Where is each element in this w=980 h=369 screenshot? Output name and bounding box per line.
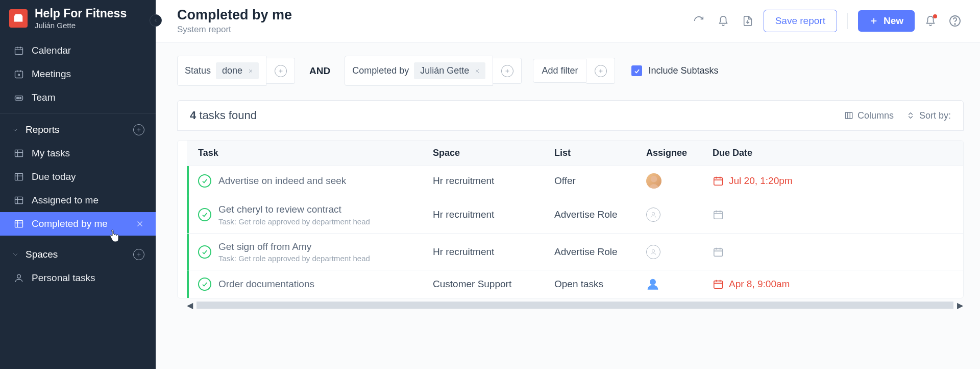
spaces-group-header[interactable]: Spaces: [0, 243, 156, 266]
scroll-left-icon[interactable]: ◀: [186, 302, 193, 309]
workspace-logo[interactable]: [9, 9, 28, 28]
space-cell: Hr recruitment: [433, 246, 554, 258]
avatar[interactable]: [646, 173, 662, 189]
add-filter-button[interactable]: Add filter: [533, 59, 586, 83]
assignee-placeholder-icon[interactable]: [646, 207, 660, 222]
col-header-space[interactable]: Space: [433, 148, 554, 158]
add-space-button[interactable]: [133, 249, 144, 260]
due-date[interactable]: Apr 8, 9:00am: [713, 279, 790, 290]
svg-rect-23: [15, 221, 23, 227]
calendar-icon: [713, 246, 724, 258]
task-subtitle: Task: Get role approved by department he…: [218, 217, 370, 226]
table-row[interactable]: Get cheryl to review contractTask: Get r…: [187, 196, 963, 233]
done-check-icon[interactable]: [198, 278, 211, 291]
filter-status-chip[interactable]: done: [216, 62, 259, 79]
due-date[interactable]: Jul 20, 1:20pm: [713, 175, 793, 187]
nav-team[interactable]: Team: [0, 86, 156, 109]
sidebar-collapse-button[interactable]: [150, 14, 162, 27]
sort-button[interactable]: Sort by:: [906, 110, 951, 121]
space-cell: Hr recruitment: [433, 209, 554, 220]
filter-status: Status done: [177, 56, 295, 86]
task-title: Order documentations: [218, 278, 314, 291]
sidebar-item-personal-tasks[interactable]: Personal tasks: [0, 266, 156, 290]
done-check-icon[interactable]: [198, 208, 211, 221]
sidebar-item-my-tasks[interactable]: My tasks: [0, 142, 156, 165]
calendar-icon: [713, 175, 724, 187]
notification-dot: [933, 14, 937, 18]
svg-rect-60: [714, 248, 723, 256]
filter-completed-by: Completed by Julián Gette: [345, 56, 522, 86]
chevron-down-icon: [11, 126, 19, 134]
nav-calendar[interactable]: Calendar: [0, 39, 156, 62]
table-row[interactable]: Advertise on indeed and seekHr recruitme…: [187, 166, 963, 196]
col-header-task[interactable]: Task: [198, 148, 433, 158]
remove-chip-icon[interactable]: [473, 67, 481, 75]
svg-point-64: [650, 280, 656, 285]
filter-status-box[interactable]: Status done: [177, 56, 266, 86]
include-subtasks-toggle[interactable]: Include Subtasks: [631, 65, 718, 76]
page-subtitle: System report: [177, 25, 292, 35]
include-subtasks-label: Include Subtasks: [648, 65, 718, 76]
task-title: Get cheryl to review contract: [218, 203, 370, 216]
filter-status-label: Status: [185, 65, 211, 76]
col-header-assignee[interactable]: Assignee: [646, 148, 713, 158]
add-filter-plus-button[interactable]: [586, 58, 615, 84]
list-cell: Advertise Role: [554, 209, 646, 220]
done-check-icon[interactable]: [198, 245, 211, 259]
col-header-list[interactable]: List: [554, 148, 646, 158]
remove-chip-icon[interactable]: [247, 67, 255, 75]
done-check-icon[interactable]: [198, 174, 211, 188]
notifications-button[interactable]: [715, 12, 732, 30]
alerts-button[interactable]: [922, 12, 939, 30]
add-report-button[interactable]: [133, 124, 144, 135]
sidebar-item-completed-by-me[interactable]: Completed by me: [0, 212, 156, 236]
sidebar-item-label: Due today: [32, 171, 76, 182]
results-count: 4 tasks found: [190, 109, 257, 122]
meetings-icon: [13, 68, 24, 80]
reports-group-header[interactable]: Reports: [0, 118, 156, 142]
table-row[interactable]: Order documentationsCustomer SupportOpen…: [187, 270, 963, 298]
svg-rect-46: [845, 112, 852, 119]
help-button[interactable]: [946, 12, 964, 30]
due-date-empty[interactable]: [713, 209, 724, 220]
download-button[interactable]: [739, 12, 756, 30]
columns-button[interactable]: Columns: [844, 110, 894, 121]
refresh-button[interactable]: [690, 12, 707, 30]
workspace-name[interactable]: Help For Fitness: [35, 7, 127, 20]
main-content: Completed by me System report Save repor…: [156, 0, 980, 369]
horizontal-scrollbar[interactable]: ◀ ▶: [177, 301, 964, 310]
nav-label: Team: [32, 92, 55, 103]
filter-completed-by-chip[interactable]: Julián Gette: [414, 62, 485, 79]
table-row[interactable]: Get sign off from AmyTask: Get role appr…: [187, 233, 963, 270]
save-report-button[interactable]: Save report: [764, 10, 837, 32]
svg-rect-17: [15, 174, 23, 180]
svg-point-49: [651, 176, 657, 182]
svg-point-9: [16, 98, 18, 99]
add-status-value-button[interactable]: [266, 58, 295, 84]
status-stripe: [187, 166, 189, 196]
filter-completed-by-box[interactable]: Completed by Julián Gette: [345, 56, 493, 86]
close-icon[interactable]: [135, 219, 144, 228]
nav-meetings[interactable]: Meetings: [0, 62, 156, 86]
team-icon: [13, 92, 24, 103]
scroll-right-icon[interactable]: ▶: [957, 302, 964, 309]
report-icon: [13, 195, 24, 206]
sidebar-item-assigned-to-me[interactable]: Assigned to me: [0, 189, 156, 212]
svg-point-59: [652, 249, 654, 252]
new-button[interactable]: New: [858, 10, 915, 32]
sidebar-item-due-today[interactable]: Due today: [0, 165, 156, 189]
reports-label: Reports: [26, 124, 60, 135]
due-date-empty[interactable]: [713, 246, 724, 258]
assignee-icon[interactable]: [646, 278, 659, 291]
task-title: Advertise on indeed and seek: [218, 175, 346, 188]
col-header-due[interactable]: Due Date: [713, 148, 804, 158]
assignee-placeholder-icon[interactable]: [646, 245, 660, 259]
new-button-label: New: [884, 15, 903, 27]
sort-icon: [906, 111, 915, 120]
chevron-down-icon: [11, 250, 19, 259]
svg-point-30: [17, 275, 21, 279]
add-completed-by-value-button[interactable]: [493, 58, 522, 84]
scrollbar-track[interactable]: [197, 302, 953, 309]
task-subtitle: Task: Get role approved by department he…: [218, 254, 370, 263]
filter-connector: AND: [306, 65, 333, 77]
